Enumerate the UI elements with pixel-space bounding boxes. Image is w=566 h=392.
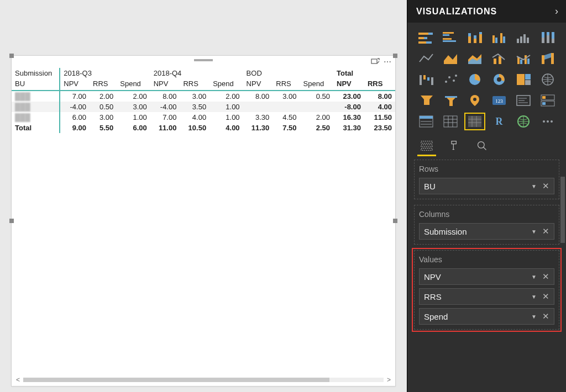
focus-mode-icon[interactable] (371, 57, 380, 66)
arcgis-icon[interactable] (513, 113, 533, 130)
scroll-right-icon[interactable]: > (387, 376, 391, 384)
measure-header[interactable]: RRS (90, 78, 117, 91)
measure-header[interactable]: RRS (180, 78, 209, 91)
resize-handle[interactable] (9, 54, 14, 58)
treemap-icon[interactable] (513, 71, 533, 88)
cell[interactable]: 1.00 (117, 112, 150, 123)
donut-icon[interactable] (489, 71, 509, 88)
chip-dropdown-icon[interactable]: ▼ (531, 294, 537, 300)
columns-well[interactable]: Columns Submission▼✕ (414, 205, 559, 245)
row-label[interactable]: ███ (12, 91, 60, 102)
values-well[interactable]: Values NPV▼✕RRS▼✕Spend▼✕ (414, 250, 559, 330)
chip-remove-icon[interactable]: ✕ (542, 292, 549, 301)
cell[interactable]: 8.00 (364, 91, 395, 102)
matrix-icon[interactable] (465, 113, 485, 130)
cell[interactable]: 16.30 (333, 112, 364, 123)
cell[interactable]: 11.50 (364, 112, 395, 123)
slicer-icon[interactable] (416, 113, 436, 130)
measure-header[interactable]: RRS (272, 78, 300, 91)
chip-dropdown-icon[interactable]: ▼ (531, 229, 537, 235)
cell[interactable]: 2.00 (117, 91, 150, 102)
rows-well[interactable]: Rows BU▼✕ (414, 160, 559, 199)
cell[interactable]: 3.00 (180, 91, 209, 102)
funnel-icon[interactable] (416, 92, 436, 109)
cell[interactable] (300, 102, 333, 112)
cell[interactable]: 23.00 (333, 91, 364, 102)
cell[interactable] (243, 102, 273, 112)
measure-header[interactable]: NPV (150, 78, 180, 91)
rows-field-chip[interactable]: BU▼✕ (419, 178, 554, 194)
clustered-bar-icon[interactable] (441, 29, 460, 46)
cell[interactable]: 3.50 (180, 102, 209, 112)
stacked-column-icon[interactable] (465, 29, 485, 46)
columns-field-chip[interactable]: Submission▼✕ (419, 223, 554, 240)
area-icon[interactable] (441, 50, 460, 67)
scroll-left-icon[interactable]: < (16, 376, 20, 384)
cell[interactable]: 8.00 (243, 91, 273, 102)
values-field-chip[interactable]: NPV▼✕ (419, 268, 554, 285)
values-field-chip[interactable]: Spend▼✕ (419, 308, 554, 325)
cell[interactable]: 1.00 (209, 112, 243, 123)
cell[interactable]: 1.00 (209, 102, 243, 112)
waterfall-icon[interactable] (416, 71, 436, 88)
cell[interactable]: 6.00 (60, 112, 90, 123)
cell[interactable]: -4.00 (150, 102, 180, 112)
cell[interactable]: -4.00 (60, 102, 90, 112)
chip-remove-icon[interactable]: ✕ (542, 181, 549, 191)
resize-handle[interactable] (393, 54, 397, 58)
matrix-visual[interactable]: ⋯ Submission 2018-Q3 2018-Q4 BOD (11, 55, 396, 386)
cell[interactable]: 7.00 (150, 112, 180, 123)
cell[interactable]: 2.00 (209, 91, 243, 102)
row-label[interactable]: ███ (12, 102, 60, 112)
collapse-pane-icon[interactable]: › (555, 6, 558, 17)
analytics-tab-icon[interactable] (474, 137, 490, 154)
combo-icon[interactable] (489, 50, 509, 67)
table-icon[interactable] (441, 113, 460, 130)
measure-header[interactable]: NPV (243, 78, 273, 91)
format-tab-icon[interactable] (446, 137, 463, 154)
kpi-icon[interactable]: 123 (489, 92, 509, 109)
column-series-icon[interactable] (513, 29, 533, 46)
measure-header[interactable]: Spend (117, 78, 150, 91)
chip-remove-icon[interactable]: ✕ (542, 272, 549, 282)
col-group-header[interactable]: 2018-Q3 (60, 68, 150, 78)
values-field-chip[interactable]: RRS▼✕ (419, 288, 554, 305)
r-visual-icon[interactable]: R (489, 113, 509, 130)
cell[interactable]: -8.00 (333, 102, 364, 112)
clustered-column-icon[interactable] (489, 29, 509, 46)
more-visuals-icon[interactable] (538, 113, 558, 130)
cell[interactable]: 3.00 (272, 91, 300, 102)
cell[interactable]: 3.00 (117, 102, 150, 112)
horizontal-scrollbar[interactable]: < > (16, 376, 391, 384)
pie-icon[interactable] (465, 71, 485, 88)
resize-handle[interactable] (393, 219, 397, 223)
cell[interactable]: 3.30 (243, 112, 273, 123)
measure-header[interactable]: Spend (300, 78, 333, 91)
stacked-bar-icon[interactable] (416, 29, 436, 46)
card-icon[interactable] (513, 92, 533, 109)
combo2-icon[interactable] (513, 50, 533, 67)
map-icon[interactable] (538, 71, 558, 88)
cell[interactable]: 4.00 (180, 112, 209, 123)
scatter-icon[interactable] (441, 71, 460, 88)
col-group-header[interactable]: 2018-Q4 (150, 68, 243, 78)
measure-header[interactable]: Spend (209, 78, 243, 91)
resize-handle[interactable] (9, 219, 14, 223)
cell[interactable]: 0.50 (90, 102, 117, 112)
col-group-header[interactable]: BOD (243, 68, 333, 78)
line-icon[interactable] (416, 50, 436, 67)
cell[interactable]: 3.00 (90, 112, 117, 123)
cell[interactable]: 0.50 (300, 91, 333, 102)
cell[interactable]: 7.00 (60, 91, 90, 102)
filled-map-icon[interactable] (465, 92, 485, 109)
chip-dropdown-icon[interactable]: ▼ (531, 183, 537, 189)
cell[interactable]: 4.00 (364, 102, 395, 112)
drag-handle-icon[interactable] (194, 59, 213, 61)
pane-scrollbar[interactable] (560, 39, 565, 392)
stacked-area-icon[interactable] (465, 50, 485, 67)
stacked-column-100-icon[interactable] (538, 29, 558, 46)
cell[interactable]: 8.00 (150, 91, 180, 102)
gauge-icon[interactable] (441, 92, 460, 109)
more-options-icon[interactable]: ⋯ (383, 57, 392, 66)
multi-row-card-icon[interactable] (538, 92, 558, 109)
